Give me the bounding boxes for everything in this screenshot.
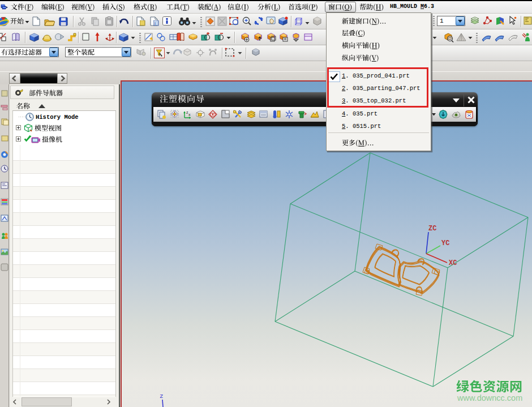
svg-text:i: i — [155, 21, 156, 26]
svg-text:x: x — [188, 113, 191, 117]
svg-text:YC: YC — [441, 239, 449, 247]
svg-text:ZC: ZC — [428, 225, 436, 233]
svg-text:XC: XC — [449, 259, 457, 267]
svg-text:z: z — [160, 393, 164, 400]
